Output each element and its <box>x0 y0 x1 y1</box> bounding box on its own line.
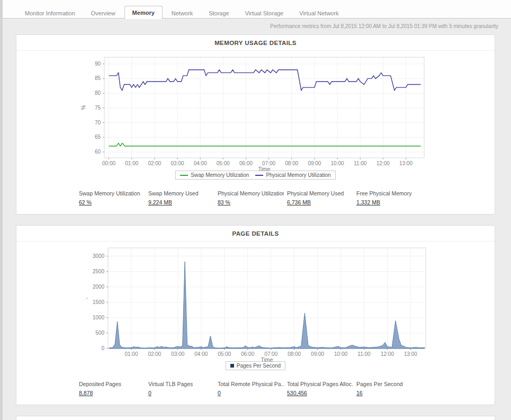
svg-text:10:00: 10:00 <box>334 351 347 357</box>
svg-text:06:00: 06:00 <box>239 160 253 166</box>
legend-label: Pages Per Second <box>237 363 281 369</box>
tab-virtual-storage[interactable]: Virtual Storage <box>238 7 291 19</box>
legend-line-swatch <box>180 175 188 176</box>
panel-title-memory-usage: MEMORY USAGE DETAILS <box>16 35 495 51</box>
memory-usage-panel: MEMORY USAGE DETAILS 00:0001:0002:0003:0… <box>16 34 495 215</box>
legend-item-physical-memory-utilization[interactable]: Physical Memory Utilization <box>255 172 330 178</box>
svg-text:03:00: 03:00 <box>171 351 184 357</box>
stat-label: Total Remote Physical Pa... <box>218 381 284 387</box>
legend-square-swatch <box>230 364 234 368</box>
stat-value-link[interactable]: 83 % <box>218 199 230 205</box>
legend-label: Physical Memory Utilization <box>266 172 330 178</box>
x-axis-label: Time <box>261 356 273 363</box>
svg-text:65: 65 <box>95 134 101 140</box>
stat-label: Physical Memory Utilization <box>218 190 284 196</box>
stat-label: Swap Memory Used <box>148 190 214 196</box>
stat-label: Total Physical Pages Alloc... <box>287 381 353 387</box>
page-details-panel: PAGE DETAILS 01:0002:0003:0004:0005:0006… <box>16 225 495 405</box>
tab-virtual-network[interactable]: Virtual Network <box>292 7 345 19</box>
tab-network[interactable]: Network <box>165 7 200 19</box>
stat-value-link[interactable]: 6,736 MB <box>287 199 311 205</box>
stat-swap-memory-utilization: Swap Memory Utilization62 % <box>79 190 148 205</box>
svg-text:70: 70 <box>95 120 101 126</box>
svg-text:60: 60 <box>95 149 101 155</box>
stat-virtual-tlb-pages: Virtual TLB Pages0 <box>148 381 218 396</box>
stat-label: Deposited Pages <box>79 381 145 387</box>
svg-text:05:00: 05:00 <box>217 160 230 166</box>
y-axis-label: ' <box>86 298 92 299</box>
tab-monitor-information[interactable]: Monitor Information <box>18 7 82 19</box>
memory-usage-chart[interactable]: 00:0001:0002:0003:0004:0005:0006:0007:00… <box>79 53 429 173</box>
bottom-panel <box>16 416 495 420</box>
stat-value-link[interactable]: 16 <box>356 390 363 396</box>
svg-text:11:00: 11:00 <box>354 160 367 166</box>
svg-text:13:00: 13:00 <box>399 160 413 166</box>
svg-text:2500: 2500 <box>93 269 105 274</box>
legend-label: Swap Memory Utilization <box>191 172 249 178</box>
stat-label: Virtual TLB Pages <box>148 381 214 387</box>
stat-physical-memory-used: Physical Memory Used6,736 MB <box>287 190 356 205</box>
svg-text:1000: 1000 <box>93 315 105 320</box>
svg-text:09:00: 09:00 <box>308 160 321 166</box>
memory-stats-row: Swap Memory Utilization62 %Swap Memory U… <box>16 184 495 214</box>
legend-item-pages-per-second[interactable]: Pages Per Second <box>230 363 281 369</box>
stat-value-link[interactable]: 0 <box>148 390 151 396</box>
legend-item-swap-memory-utilization[interactable]: Swap Memory Utilization <box>180 172 249 178</box>
stat-label: Pages Per Second <box>356 381 423 387</box>
legend-line-swatch <box>255 175 263 176</box>
svg-text:01:00: 01:00 <box>124 351 138 357</box>
stat-value-link[interactable]: 8,878 <box>79 390 93 396</box>
stat-free-physical-memory: Free Physical Memory1,332 MB <box>356 190 426 205</box>
stat-value-link[interactable]: 0 <box>218 390 221 396</box>
stat-label: Swap Memory Utilization <box>79 190 145 196</box>
stat-value-link[interactable]: 9,224 MB <box>148 199 172 205</box>
svg-text:500: 500 <box>95 330 104 336</box>
stat-deposited-pages: Deposited Pages8,878 <box>79 381 148 396</box>
svg-text:02:00: 02:00 <box>148 351 161 357</box>
left-edge-strip <box>0 0 3 420</box>
svg-text:13:00: 13:00 <box>404 351 417 357</box>
svg-text:05:00: 05:00 <box>218 351 231 357</box>
svg-text:01:00: 01:00 <box>125 160 138 166</box>
stat-swap-memory-used: Swap Memory Used9,224 MB <box>148 190 218 205</box>
svg-text:80: 80 <box>95 90 101 96</box>
svg-text:09:00: 09:00 <box>311 351 324 357</box>
stat-value-link[interactable]: 1,332 MB <box>356 199 380 205</box>
stat-value-link[interactable]: 530,456 <box>287 390 307 396</box>
svg-text:03:00: 03:00 <box>171 160 184 166</box>
svg-text:10:00: 10:00 <box>331 160 344 166</box>
metrics-period-note: Performance metrics from Jul 8,2015 12:0… <box>0 19 511 30</box>
svg-text:06:00: 06:00 <box>241 351 254 357</box>
stat-total-physical-pages-alloc: Total Physical Pages Alloc...530,456 <box>287 381 356 396</box>
svg-text:90: 90 <box>95 61 101 67</box>
stat-pages-per-second: Pages Per Second16 <box>356 381 426 396</box>
svg-text:08:00: 08:00 <box>285 160 298 166</box>
svg-text:2000: 2000 <box>93 284 105 290</box>
y-axis-label: % <box>80 105 86 110</box>
stat-value-link[interactable]: 62 % <box>79 199 92 205</box>
tab-overview[interactable]: Overview <box>84 7 122 19</box>
svg-text:00:00: 00:00 <box>102 160 115 166</box>
svg-text:02:00: 02:00 <box>148 160 161 166</box>
svg-text:0: 0 <box>101 345 104 351</box>
panel-title-page-details: PAGE DETAILS <box>16 226 495 242</box>
svg-text:08:00: 08:00 <box>288 351 301 357</box>
tab-memory[interactable]: Memory <box>124 6 163 19</box>
svg-text:04:00: 04:00 <box>194 351 208 357</box>
stat-label: Free Physical Memory <box>356 190 423 196</box>
tab-bar: Monitor InformationOverviewMemoryNetwork… <box>0 0 511 19</box>
svg-text:85: 85 <box>95 75 101 81</box>
x-axis-label: Time <box>258 166 271 172</box>
svg-text:3000: 3000 <box>93 253 105 259</box>
svg-text:12:00: 12:00 <box>381 351 394 357</box>
stat-label: Physical Memory Used <box>287 190 353 196</box>
page-stats-row: Deposited Pages8,878Virtual TLB Pages0To… <box>16 374 495 405</box>
svg-text:1500: 1500 <box>93 299 105 305</box>
tab-storage[interactable]: Storage <box>202 7 236 19</box>
page-details-chart[interactable]: 01:0002:0003:0004:0005:0006:0007:0008:00… <box>84 244 431 363</box>
svg-text:04:00: 04:00 <box>194 160 207 166</box>
svg-text:12:00: 12:00 <box>376 160 390 166</box>
svg-text:75: 75 <box>95 105 101 111</box>
stat-physical-memory-utilization: Physical Memory Utilization83 % <box>218 190 287 205</box>
stat-total-remote-physical-pa: Total Remote Physical Pa...0 <box>218 381 287 396</box>
